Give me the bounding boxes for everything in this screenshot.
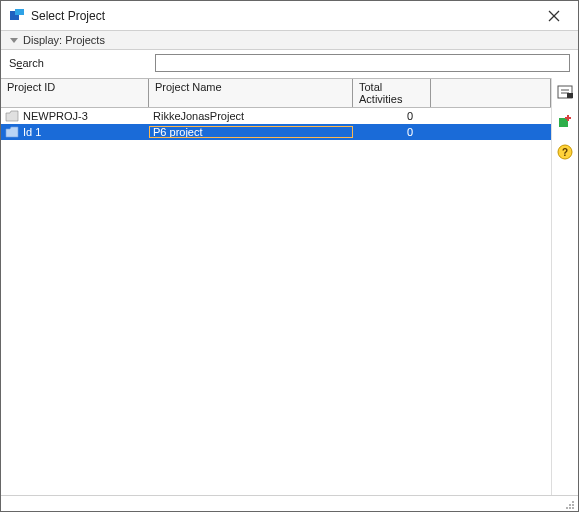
- table-row[interactable]: NEWPROJ-3 RikkeJonasProject 0: [1, 108, 551, 124]
- statusbar: [1, 495, 578, 511]
- svg-rect-1: [15, 9, 24, 15]
- cell-text: 0: [407, 126, 413, 138]
- column-header-spacer: [431, 79, 551, 107]
- project-grid: Project ID Project Name Total Activities…: [1, 78, 552, 495]
- folder-icon: [5, 110, 19, 122]
- app-icon: [9, 8, 25, 24]
- search-input[interactable]: [155, 54, 570, 72]
- cell-activities: 0: [353, 126, 431, 138]
- cell-text: P6 project: [153, 126, 203, 138]
- column-header-name[interactable]: Project Name: [149, 79, 353, 107]
- svg-point-18: [569, 507, 571, 509]
- select-button[interactable]: [555, 82, 575, 102]
- column-header-activities[interactable]: Total Activities: [353, 79, 431, 107]
- content-area: Project ID Project Name Total Activities…: [1, 78, 578, 495]
- side-toolbar: ?: [552, 78, 578, 495]
- help-button[interactable]: ?: [555, 142, 575, 162]
- chevron-down-icon: [9, 35, 19, 45]
- search-row: Search: [1, 50, 578, 78]
- svg-marker-4: [10, 38, 18, 43]
- grid-header: Project ID Project Name Total Activities: [1, 78, 551, 108]
- titlebar: Select Project: [1, 1, 578, 31]
- select-icon: [556, 83, 574, 101]
- cell-text: RikkeJonasProject: [153, 110, 244, 122]
- svg-text:?: ?: [562, 147, 568, 158]
- folder-icon: [5, 126, 19, 138]
- cell-text: Id 1: [23, 126, 41, 138]
- help-icon: ?: [556, 143, 574, 161]
- close-icon: [548, 10, 560, 22]
- svg-rect-9: [559, 118, 568, 127]
- svg-point-17: [566, 507, 568, 509]
- svg-point-19: [572, 507, 574, 509]
- svg-point-15: [569, 504, 571, 506]
- svg-rect-8: [567, 93, 573, 98]
- add-icon: [556, 113, 574, 131]
- svg-point-14: [572, 501, 574, 503]
- cell-project-id: Id 1: [1, 126, 149, 138]
- column-header-id[interactable]: Project ID: [1, 79, 149, 107]
- resize-grip[interactable]: [562, 497, 576, 511]
- cell-text: NEWPROJ-3: [23, 110, 88, 122]
- display-label: Display: Projects: [23, 34, 105, 46]
- window-title: Select Project: [31, 9, 536, 23]
- svg-rect-11: [565, 117, 571, 119]
- add-button[interactable]: [555, 112, 575, 132]
- display-bar[interactable]: Display: Projects: [1, 31, 578, 50]
- select-project-dialog: Select Project Display: Projects Search …: [0, 0, 579, 512]
- cell-project-name: RikkeJonasProject: [149, 110, 353, 122]
- cell-activities: 0: [353, 110, 431, 122]
- cell-project-name: P6 project: [149, 126, 353, 138]
- svg-point-16: [572, 504, 574, 506]
- cell-project-id: NEWPROJ-3: [1, 110, 149, 122]
- grid-body: NEWPROJ-3 RikkeJonasProject 0: [1, 108, 551, 495]
- close-button[interactable]: [536, 4, 572, 28]
- cell-text: 0: [407, 110, 413, 122]
- search-label: Search: [9, 57, 149, 69]
- table-row[interactable]: Id 1 P6 project 0: [1, 124, 551, 140]
